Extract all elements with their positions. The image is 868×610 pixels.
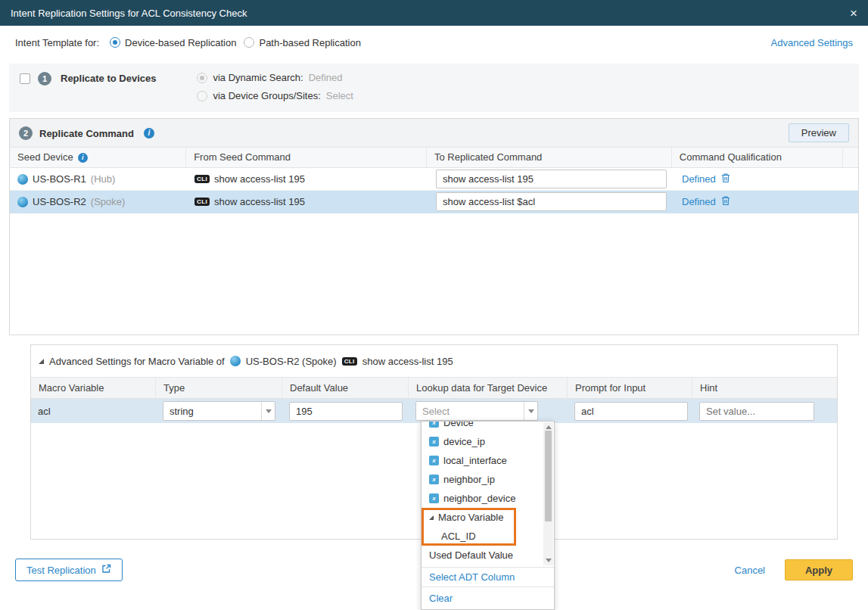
type-cell: string [156,399,282,423]
hint-input[interactable] [699,402,814,421]
lookup-data-select[interactable]: Select [415,401,538,421]
seed-device-cell: US-BOS-R1 (Hub) [10,168,187,190]
hint-header: Hint [692,378,837,398]
seed-device-header: Seed Device i [10,148,186,167]
trash-icon[interactable] [720,195,731,208]
select-adt-column-link[interactable]: Select ADT Column [422,567,554,587]
dynamic-search-option: via Dynamic Search: Defined [197,72,353,83]
device-groups-radio[interactable] [197,91,207,101]
scrollbar-stub [843,148,858,167]
lookup-select-placeholder: Select [416,406,524,417]
dynamic-search-radio[interactable] [197,73,207,83]
dropdown-item-label: Device [443,422,474,428]
device-groups-option: via Device Groups/Sites: Select [197,90,353,101]
device-based-replication-option[interactable]: Device-based Replication [110,37,236,48]
to-replicated-command-cell [428,191,674,213]
dropdown-item-label: neighbor_ip [443,474,495,485]
column-icon: x [429,456,439,465]
scrollbar-thumb[interactable] [545,431,552,521]
dropdown-item-neighbor-device[interactable]: x neighbor_device [422,489,554,508]
column-icon: x [429,437,439,447]
device-icon [17,197,28,207]
seed-command-text: show access-list 195 [214,173,305,185]
replicate-to-devices-checkbox[interactable] [20,73,30,84]
collapse-triangle-icon[interactable] [39,359,44,364]
dialog-titlebar: Intent Replication Settings for ACL Cons… [0,0,868,26]
dynamic-search-value[interactable]: Defined [309,72,343,83]
device-name: US-BOS-R1 [33,173,86,185]
type-select[interactable]: string [163,401,275,421]
type-header: Type [156,378,282,398]
apply-button[interactable]: Apply [785,559,853,580]
radio-unchecked-icon[interactable] [244,37,254,48]
hint-cell [692,399,837,423]
dropdown-item-device[interactable]: x Device [422,422,554,432]
dropdown-items: x Device x device_ip x local_interface x… [422,422,554,565]
to-replicated-command-cell [428,168,674,190]
external-link-icon [101,564,111,576]
dropdown-item-label: neighbor_device [443,493,515,504]
intent-template-row: Intent Template for: Device-based Replic… [0,26,868,59]
dropdown-item-used-default-value[interactable]: Used Default Value [422,546,554,565]
path-based-replication-option[interactable]: Path-based Replication [244,37,360,48]
chevron-down-icon[interactable] [524,402,537,420]
replicated-command-input[interactable] [436,192,667,211]
type-select-value: string [163,406,261,417]
close-icon[interactable]: × [850,7,857,20]
seed-device-cell: US-BOS-R2 (Spoke) [10,191,187,213]
cancel-button[interactable]: Cancel [735,565,765,576]
dropdown-item-acl-id[interactable]: ACL_ID [422,527,554,546]
dropdown-item-label: ACL_ID [441,531,476,542]
cli-badge-icon: CLI [342,357,357,366]
from-seed-command-cell: CLI show access-list 195 [187,191,428,213]
scroll-down-icon[interactable] [546,559,552,562]
advanced-device-name: US-BOS-R2 (Spoke) [246,356,337,367]
replicate-command-title: Replicate Command [39,128,134,139]
lookup-dropdown-popup: x Device x device_ip x local_interface x… [421,421,555,610]
prompt-for-input-header: Prompt for Input [568,378,692,398]
device-role: (Hub) [91,173,116,185]
clear-link[interactable]: Clear [422,587,554,609]
trash-icon[interactable] [720,173,731,185]
column-icon: x [429,475,439,484]
table-row-us-bos-r2[interactable]: US-BOS-R2 (Spoke) CLI show access-list 1… [10,191,858,213]
dropdown-item-device-ip[interactable]: x device_ip [422,432,554,451]
lookup-data-cell: Select [409,399,568,423]
dropdown-list: x Device x device_ip x local_interface x… [422,422,554,567]
info-icon[interactable]: i [78,153,88,163]
table-row-us-bos-r1[interactable]: US-BOS-R1 (Hub) CLI show access-list 195… [10,168,858,191]
device-icon [17,174,28,185]
radio-checked-icon[interactable] [110,37,120,48]
macro-variable-header: Macro Variable [31,378,156,398]
dropdown-item-label: local_interface [443,455,507,466]
scroll-up-icon[interactable] [546,425,552,429]
column-icon: x [429,493,439,503]
command-qualification-header: Command Qualification [672,148,843,167]
test-replication-button[interactable]: Test Replication [15,559,123,581]
macro-variable-row[interactable]: acl string Select [31,399,837,423]
seed-command-text: show access-list 195 [214,196,305,207]
dropdown-scrollbar[interactable] [543,422,553,565]
dialog-title: Intent Replication Settings for ACL Cons… [11,8,247,19]
preview-button[interactable]: Preview [789,123,849,142]
chevron-down-icon[interactable] [261,402,275,420]
defined-link[interactable]: Defined [682,196,716,207]
default-value-header: Default Value [282,378,409,398]
prompt-for-input-field[interactable] [574,402,688,421]
dropdown-item-neighbor-ip[interactable]: x neighbor_ip [422,470,554,489]
info-icon[interactable]: i [144,128,154,138]
advanced-settings-link[interactable]: Advanced Settings [771,37,853,48]
replicate-to-devices-section: 1 Replicate to Devices via Dynamic Searc… [9,64,859,112]
replicate-to-devices-title: Replicate to Devices [61,73,156,84]
device-groups-value[interactable]: Select [326,90,353,101]
dropdown-group-macro-variable[interactable]: Macro Variable [422,508,554,527]
column-icon: x [429,422,439,428]
replicated-command-input[interactable] [436,170,667,188]
default-value-input[interactable] [289,402,403,421]
advanced-macro-header: Advanced Settings for Macro Variable of … [31,345,837,377]
lookup-data-header: Lookup data for Target Device [409,378,568,398]
defined-link[interactable]: Defined [682,173,716,185]
test-replication-label: Test Replication [26,565,96,576]
dropdown-item-local-interface[interactable]: x local_interface [422,451,554,470]
dropdown-item-label: device_ip [443,436,485,447]
